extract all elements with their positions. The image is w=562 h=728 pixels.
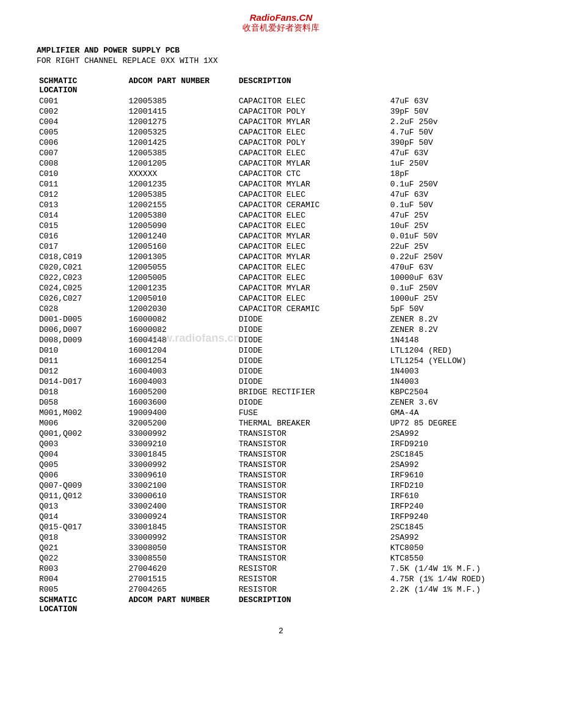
cell-location: C017: [37, 241, 126, 252]
table-row: Q004 33001845 TRANSISTOR 2SC1845: [37, 449, 525, 460]
cell-part: 33000992: [126, 532, 236, 543]
cell-part: 33008550: [126, 553, 236, 564]
cell-val: IRFD9210: [388, 439, 525, 449]
cell-location: D012: [37, 366, 126, 377]
cell-desc: CAPACITOR ELEC: [236, 293, 388, 304]
cell-part: 12005160: [126, 241, 236, 252]
cell-location: D018: [37, 387, 126, 397]
cell-location: R004: [37, 574, 126, 584]
table-row: C004 12001275 CAPACITOR MYLAR 2.2uF 250v: [37, 117, 525, 127]
table-row: M001,M002 19009400 FUSE GMA-4A: [37, 408, 525, 418]
table-row: Q007-Q009 33002100 TRANSISTOR IRFD210: [37, 480, 525, 491]
cell-location: C018,C019: [37, 252, 126, 262]
cell-desc: CAPACITOR CTC: [236, 169, 388, 179]
cell-desc: TRANSISTOR: [236, 501, 388, 512]
cell-location: C016: [37, 231, 126, 241]
table-row: Q006 33009610 TRANSISTOR IRF9610: [37, 470, 525, 480]
cell-desc: CAPACITOR ELEC: [236, 273, 388, 283]
cell-part: 33000992: [126, 460, 236, 470]
cell-val: IRFP240: [388, 501, 525, 512]
footer-val: [388, 595, 525, 614]
cell-location: C014: [37, 210, 126, 221]
cell-val: KTC8050: [388, 543, 525, 553]
cell-part: 12001425: [126, 138, 236, 148]
cell-part: 16004003: [126, 366, 236, 377]
cell-part: 12005055: [126, 262, 236, 273]
cell-location: Q003: [37, 439, 126, 449]
cell-part: 27004265: [126, 584, 236, 595]
cell-val: 470uF 63V: [388, 262, 525, 273]
cell-desc: CAPACITOR ELEC: [236, 210, 388, 221]
cell-location: C010: [37, 169, 126, 179]
footer-part: ADCOM PART NUMBER: [126, 595, 236, 614]
cell-part: 12002155: [126, 200, 236, 210]
cell-val: 2SC1845: [388, 522, 525, 532]
cell-desc: FUSE: [236, 408, 388, 418]
table-row: C026,C027 12005010 CAPACITOR ELEC 1000uF…: [37, 293, 525, 304]
cell-val: 47uF 63V: [388, 189, 525, 200]
cell-location: Q013: [37, 501, 126, 512]
cell-desc: TRANSISTOR: [236, 532, 388, 543]
cell-val: 0.1uF 50V: [388, 200, 525, 210]
table-row: R003 27004620 RESISTOR 7.5K (1/4W 1% M.F…: [37, 564, 525, 574]
table-row: C017 12005160 CAPACITOR ELEC 22uF 25V: [37, 241, 525, 252]
cell-desc: CAPACITOR MYLAR: [236, 179, 388, 189]
cell-part: 33009210: [126, 439, 236, 449]
cell-desc: DIODE: [236, 356, 388, 366]
cell-location: Q022: [37, 553, 126, 564]
parts-table-wrapper: www.radiofans.cn SCHMATICLOCATION ADCOM …: [37, 75, 525, 614]
header-desc: DESCRIPTION: [236, 75, 388, 96]
cell-part: 16000082: [126, 325, 236, 335]
cell-location: Q007-Q009: [37, 480, 126, 491]
cell-part: 12001415: [126, 106, 236, 117]
cell-val: 47uF 63V: [388, 96, 525, 106]
cell-val: 18pF: [388, 169, 525, 179]
table-row: R005 27004265 RESISTOR 2.2K (1/4W 1% M.F…: [37, 584, 525, 595]
table-row: C008 12001205 CAPACITOR MYLAR 1uF 250V: [37, 158, 525, 169]
cell-val: 2.2K (1/4W 1% M.F.): [388, 584, 525, 595]
cell-part: 12005385: [126, 96, 236, 106]
cell-val: ZENER 8.2V: [388, 325, 525, 335]
table-row: C028 12002030 CAPACITOR CERAMIC 5pF 50V: [37, 304, 525, 314]
cell-part: 33009610: [126, 470, 236, 480]
cell-desc: CAPACITOR CERAMIC: [236, 200, 388, 210]
cell-val: 0.01uF 50V: [388, 231, 525, 241]
cell-location: D006,D007: [37, 325, 126, 335]
cell-desc: DIODE: [236, 335, 388, 345]
cell-val: KBPC2504: [388, 387, 525, 397]
table-row: C002 12001415 CAPACITOR POLY 39pF 50V: [37, 106, 525, 117]
header-location: SCHMATICLOCATION: [37, 75, 126, 96]
cell-part: 27001515: [126, 574, 236, 584]
cell-location: C028: [37, 304, 126, 314]
header: RadioFans.CN 收音机爱好者资料库 AMPLIFIER AND POW…: [37, 12, 525, 65]
table-row: Q013 33002400 TRANSISTOR IRFP240: [37, 501, 525, 512]
cell-location: C026,C027: [37, 293, 126, 304]
table-row: M006 32005200 THERMAL BREAKER UP72 85 DE…: [37, 418, 525, 428]
cell-val: 1N4003: [388, 377, 525, 387]
cell-desc: CAPACITOR ELEC: [236, 96, 388, 106]
cell-location: C007: [37, 148, 126, 158]
footer-location: SCHMATICLOCATION: [37, 595, 126, 614]
cell-val: 7.5K (1/4W 1% M.F.): [388, 564, 525, 574]
cell-val: IRFP9240: [388, 512, 525, 522]
parts-table: SCHMATICLOCATION ADCOM PART NUMBER DESCR…: [37, 75, 525, 614]
cell-part: 27004620: [126, 564, 236, 574]
cell-val: 4.75R (1% 1/4W ROED): [388, 574, 525, 584]
cell-val: 2SC1845: [388, 449, 525, 460]
table-row: C010 XXXXXX CAPACITOR CTC 18pF: [37, 169, 525, 179]
cell-val: 47uF 25V: [388, 210, 525, 221]
cell-part: 33000610: [126, 491, 236, 501]
table-row: D014-D017 16004003 DIODE 1N4003: [37, 377, 525, 387]
cell-val: 4.7uF 50V: [388, 127, 525, 138]
header-val: [388, 75, 525, 96]
cell-val: IRF9610: [388, 470, 525, 480]
cell-val: 39pF 50V: [388, 106, 525, 117]
cell-part: 12001205: [126, 158, 236, 169]
cell-val: 390pF 50V: [388, 138, 525, 148]
cell-desc: CAPACITOR MYLAR: [236, 158, 388, 169]
cell-part: 12005385: [126, 189, 236, 200]
cell-part: 12001235: [126, 283, 236, 293]
table-row: R004 27001515 RESISTOR 4.75R (1% 1/4W RO…: [37, 574, 525, 584]
cell-location: D011: [37, 356, 126, 366]
table-row: Q011,Q012 33000610 TRANSISTOR IRF610: [37, 491, 525, 501]
